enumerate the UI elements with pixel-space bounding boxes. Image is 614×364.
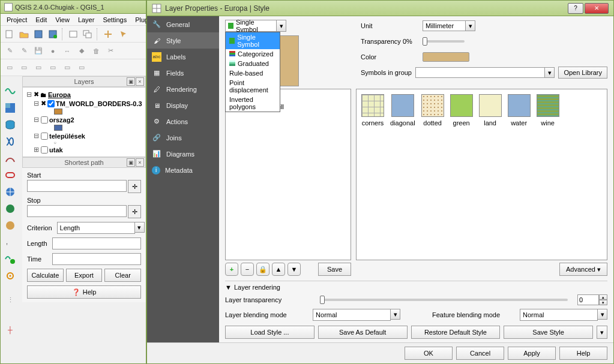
save-style-button[interactable]: Save Style — [504, 326, 593, 339]
composer-icon[interactable] — [67, 28, 80, 41]
time-input[interactable] — [52, 253, 141, 265]
gallery-land[interactable]: land — [479, 94, 502, 127]
load-style-button[interactable]: Load Style ... — [225, 326, 315, 339]
chevron-down-icon[interactable]: ▾ — [135, 222, 145, 233]
apply-button[interactable]: Apply — [508, 347, 556, 360]
tool-e-icon[interactable]: ▭ — [61, 61, 74, 74]
add-layer-button[interactable]: + — [225, 263, 238, 276]
dialog-titlebar[interactable]: Layer Properties - Europa | Style ? ✕ — [147, 1, 613, 16]
remove-layer-button[interactable]: − — [241, 263, 254, 276]
delete-icon[interactable]: 🗑 — [89, 44, 103, 58]
add-oracle-icon[interactable] — [2, 167, 19, 183]
tab-general[interactable]: 🔧General — [147, 16, 219, 32]
layer-visibility-checkbox[interactable] — [41, 116, 48, 124]
move-feature-icon[interactable]: ↔ — [61, 44, 74, 58]
spin-down-icon[interactable]: ▾ — [599, 300, 607, 305]
chevron-down-icon[interactable]: ▾ — [391, 309, 400, 320]
menu-edit[interactable]: Edit — [32, 15, 50, 25]
crosshair-icon[interactable]: ┼ — [2, 322, 19, 338]
renderer-option-categorized[interactable]: Categorized — [226, 49, 280, 59]
new-shapefile-icon[interactable] — [2, 251, 19, 267]
ok-button[interactable]: OK — [405, 347, 453, 360]
layers-close-icon[interactable]: × — [136, 77, 144, 86]
tool-d-icon[interactable]: ▭ — [46, 61, 59, 74]
criterion-select[interactable]: Length — [57, 222, 135, 234]
stop-input[interactable] — [27, 205, 127, 217]
layers-undock-icon[interactable]: ▣ — [127, 77, 135, 86]
layer-transparency-slider[interactable] — [320, 299, 568, 301]
add-vector-icon[interactable] — [2, 83, 19, 99]
collapse-icon[interactable]: ⊟ — [32, 132, 40, 140]
pick-stop-button[interactable]: ✛ — [128, 205, 141, 218]
renderer-combo[interactable]: Single Symbol — [225, 20, 277, 32]
open-library-button[interactable]: Open Library — [558, 67, 607, 79]
tab-diagrams[interactable]: 📊Diagrams — [147, 146, 219, 162]
collapse-icon[interactable]: ⊟ — [32, 100, 40, 107]
remove-icon[interactable]: ✖ — [34, 91, 39, 98]
layer-visibility-checkbox[interactable] — [41, 146, 48, 154]
add-delimited-icon[interactable]: , — [2, 234, 19, 250]
layer-row-utak[interactable]: ⊞ utak — [25, 145, 143, 154]
unit-select[interactable]: Millimeter — [423, 20, 466, 31]
help-button[interactable]: ❓ Help — [27, 285, 141, 299]
add-wfs-icon[interactable] — [2, 218, 19, 233]
save-edits-icon[interactable]: 💾 — [32, 44, 45, 58]
edit-icon[interactable]: ✎ — [17, 44, 31, 58]
length-input[interactable] — [52, 237, 141, 249]
tool-c-icon[interactable]: ▭ — [32, 61, 45, 74]
gallery-diagonal[interactable]: diagonal — [390, 94, 415, 127]
tool-b-icon[interactable]: ▭ — [17, 61, 31, 74]
symbol-layers-tree[interactable]: ⊟ Fill Simple fill — [225, 89, 351, 260]
tab-fields[interactable]: ▦Fields — [147, 65, 219, 81]
lock-layer-button[interactable]: 🔒 — [256, 263, 269, 276]
save-icon[interactable] — [32, 28, 45, 41]
save-default-button[interactable]: Save As Default — [318, 326, 408, 339]
spin-up-icon[interactable]: ▴ — [599, 294, 607, 300]
tab-display[interactable]: 🖥Display — [147, 97, 219, 113]
collapse-icon[interactable]: ⊟ — [32, 116, 40, 124]
tab-metadata[interactable]: iMetadata — [147, 162, 219, 178]
gallery-dotted[interactable]: dotted — [421, 94, 444, 127]
menu-layer[interactable]: Layer — [74, 15, 98, 25]
renderer-option-inverted[interactable]: Inverted polygons — [226, 95, 280, 112]
menu-project[interactable]: Project — [3, 15, 31, 25]
add-gps-icon[interactable] — [2, 268, 19, 284]
move-down-button[interactable]: ▼ — [287, 263, 301, 276]
layer-row-europa[interactable]: ⊟ ✖ 🖿 Europa — [25, 90, 143, 99]
sp-close-icon[interactable]: × — [136, 158, 144, 167]
layer-row-borders[interactable]: ⊟ ✖ TM_WORLD_BORDERS-0.3 — [25, 99, 143, 108]
gallery-green[interactable]: green — [450, 94, 473, 127]
start-input[interactable] — [27, 180, 127, 192]
help-window-button[interactable]: ? — [568, 3, 583, 14]
feature-blending-select[interactable]: Normal — [520, 309, 598, 321]
advanced-button[interactable]: Advanced ▾ — [559, 263, 607, 276]
add-postgis-icon[interactable] — [2, 117, 19, 133]
chevron-down-icon[interactable]: ▾ — [545, 67, 555, 78]
calculate-button[interactable]: Calculate — [27, 269, 64, 282]
add-feature-icon[interactable]: ● — [46, 44, 59, 58]
layer-row-orszag2[interactable]: ⊟ orszag2 — [25, 115, 143, 124]
collapse-icon[interactable]: ⊟ — [25, 91, 32, 98]
pick-start-button[interactable]: ✛ — [128, 180, 141, 193]
renderer-option-rule[interactable]: Rule-based — [226, 68, 280, 78]
tab-actions[interactable]: ⚙Actions — [147, 113, 219, 130]
save-style-menu-button[interactable]: ▾ — [597, 326, 607, 339]
layer-blending-select[interactable]: Normal — [313, 309, 391, 321]
renderer-option-graduated[interactable]: Graduated — [226, 59, 280, 68]
pan-icon[interactable] — [101, 28, 115, 41]
renderer-option-single[interactable]: Single Symbol — [226, 32, 280, 49]
add-raster-icon[interactable] — [2, 100, 19, 116]
menu-view[interactable]: View — [52, 15, 73, 25]
chevron-down-icon[interactable]: ▾ — [598, 309, 607, 320]
transparency-slider[interactable] — [423, 40, 465, 43]
gallery-corners[interactable]: corners — [361, 94, 384, 127]
tab-labels[interactable]: abcLabels — [147, 49, 219, 65]
close-window-button[interactable]: ✕ — [585, 3, 609, 14]
add-spatialite-icon[interactable] — [2, 134, 19, 149]
export-button[interactable]: Export — [66, 269, 103, 282]
save-symbol-button[interactable]: Save — [318, 263, 351, 276]
cut-icon[interactable]: ✂ — [104, 44, 117, 58]
save-as-icon[interactable] — [46, 28, 59, 41]
add-wcs-icon[interactable] — [2, 201, 19, 216]
clear-button[interactable]: Clear — [104, 269, 141, 282]
